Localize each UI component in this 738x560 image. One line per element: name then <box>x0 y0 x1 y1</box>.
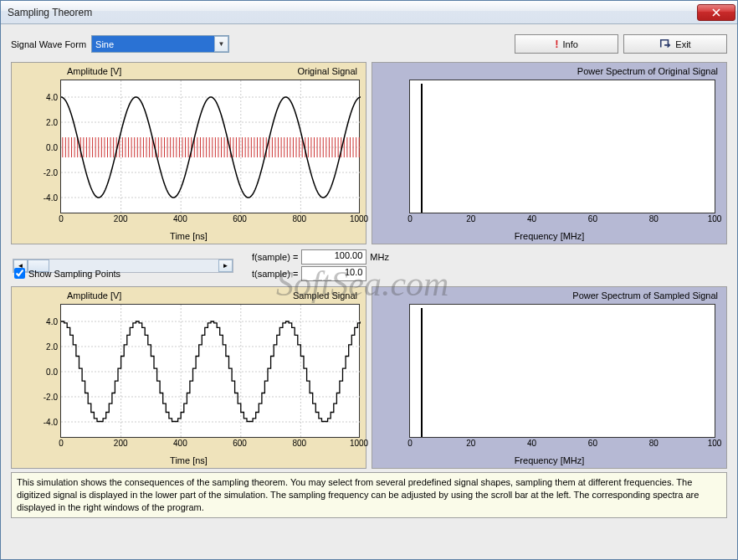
xtick: 800 <box>292 214 306 223</box>
plot-svg <box>410 80 716 214</box>
plot-power-original: 0 20 40 60 80 100 <box>409 80 715 213</box>
plot-power-sampled: 0 20 40 60 80 100 <box>409 304 715 438</box>
tsample-label: t(sample) = <box>252 269 298 279</box>
xtick: 40 <box>527 439 536 448</box>
tsample-value: 10.0 <box>301 266 366 281</box>
xtick: 20 <box>466 439 475 448</box>
exit-icon <box>659 39 671 50</box>
chevron-down-icon: ▼ <box>214 36 228 52</box>
plot-original: /*pulses*/ 4.0 2.0 0.0 -2.0 -4.0 0 200 4… <box>60 80 360 213</box>
fsample-value: 100.00 <box>301 249 366 265</box>
xtick: 1000 <box>350 214 368 223</box>
xtick: 0 <box>59 439 64 448</box>
chart-row-lower: Amplitude [V] Sampled Signal 4.0 2.0 0.0… <box>11 286 727 469</box>
chart-title: Power Spectrum of Original Signal <box>577 66 718 76</box>
xtick: 40 <box>527 214 536 223</box>
chart-row-upper: Amplitude [V] Original Signal /*pulses*/ <box>11 62 727 244</box>
show-sampling-input[interactable] <box>14 268 25 279</box>
fsample-unit: MHz <box>370 252 389 262</box>
fsample-row: f(sample) = 100.00 MHz <box>252 249 389 265</box>
xtick: 100 <box>708 214 722 223</box>
chart-sampled-signal: Amplitude [V] Sampled Signal 4.0 2.0 0.0… <box>11 286 366 469</box>
xtick: 800 <box>292 439 306 448</box>
signal-waveform-label: Signal Wave Form <box>11 39 86 49</box>
fsample-label: f(sample) = <box>252 252 298 262</box>
info-button-label: Info <box>562 39 577 49</box>
show-sampling-label: Show Sampling Points <box>28 269 120 279</box>
tsample-row: t(sample) = 10.0 <box>252 266 370 281</box>
ytick: 0.0 <box>46 143 58 152</box>
ytick: 4.0 <box>46 317 58 326</box>
xtick: 100 <box>708 439 722 448</box>
ytick: 2.0 <box>46 342 58 352</box>
xtick: 200 <box>114 439 128 448</box>
exit-button[interactable]: Exit <box>623 34 727 54</box>
xtick: 60 <box>588 439 597 448</box>
xtick: 0 <box>59 214 64 223</box>
plot-svg <box>61 305 361 439</box>
window-title: Sampling Theorem <box>8 7 697 18</box>
ytick: 2.0 <box>46 118 58 127</box>
close-button[interactable] <box>697 4 735 21</box>
chart-title: Sampled Signal <box>293 290 357 301</box>
xtick: 400 <box>173 439 187 448</box>
signal-waveform-select[interactable]: Sine ▼ <box>91 35 229 53</box>
xtick: 1000 <box>350 439 368 448</box>
chart-xlabel: Frequency [MHz] <box>515 231 585 241</box>
client-area: Signal Wave Form Sine ▼ ! Info Exit Ampl… <box>1 24 737 559</box>
description-panel: This simulation shows the consequences o… <box>11 472 727 518</box>
chart-power-sampled: Power Spectrum of Sampled Signal 0 20 40… <box>372 286 727 469</box>
xtick: 400 <box>173 214 187 223</box>
xtick: 600 <box>233 439 247 448</box>
ytick: -4.0 <box>44 418 58 427</box>
scroll-right-icon[interactable]: ► <box>218 259 233 272</box>
signal-waveform-value: Sine <box>91 35 229 53</box>
xtick: 0 <box>407 214 413 223</box>
show-sampling-checkbox[interactable]: Show Sampling Points <box>14 268 120 279</box>
chart-xlabel: Time [ns] <box>170 455 208 465</box>
titlebar: Sampling Theorem <box>1 1 737 24</box>
exit-button-label: Exit <box>675 39 690 49</box>
ytick: 0.0 <box>46 367 58 377</box>
plot-svg: /*pulses*/ <box>61 80 361 214</box>
chart-ylabel: Amplitude [V] <box>67 66 121 76</box>
info-icon: ! <box>555 38 558 50</box>
sampling-controls: ◄ ► Show Sampling Points f(sample) = 100… <box>11 248 727 283</box>
plot-sampled: 4.0 2.0 0.0 -2.0 -4.0 0 200 400 600 800 … <box>60 304 360 438</box>
ytick: 4.0 <box>46 93 58 102</box>
top-toolbar: Signal Wave Form Sine ▼ ! Info Exit <box>11 33 727 59</box>
plot-svg <box>410 305 716 439</box>
chart-title: Original Signal <box>297 66 357 76</box>
ytick: -2.0 <box>44 393 58 402</box>
xtick: 60 <box>588 214 597 223</box>
chart-ylabel: Amplitude [V] <box>67 290 121 301</box>
chart-power-original: Power Spectrum of Original Signal 0 20 4… <box>372 62 727 244</box>
close-icon <box>712 8 720 17</box>
xtick: 20 <box>466 214 475 223</box>
xtick: 0 <box>407 439 413 448</box>
chart-xlabel: Frequency [MHz] <box>515 455 585 465</box>
ytick: -2.0 <box>44 168 58 177</box>
chart-original-signal: Amplitude [V] Original Signal /*pulses*/ <box>11 62 366 244</box>
info-button[interactable]: ! Info <box>515 34 618 54</box>
ytick: -4.0 <box>44 193 58 203</box>
chart-title: Power Spectrum of Sampled Signal <box>572 290 718 301</box>
app-window: Sampling Theorem Signal Wave Form Sine ▼… <box>0 0 738 560</box>
xtick: 80 <box>649 439 659 448</box>
xtick: 80 <box>649 214 659 223</box>
chart-xlabel: Time [ns] <box>170 231 208 241</box>
xtick: 600 <box>233 214 247 223</box>
xtick: 200 <box>114 214 128 223</box>
